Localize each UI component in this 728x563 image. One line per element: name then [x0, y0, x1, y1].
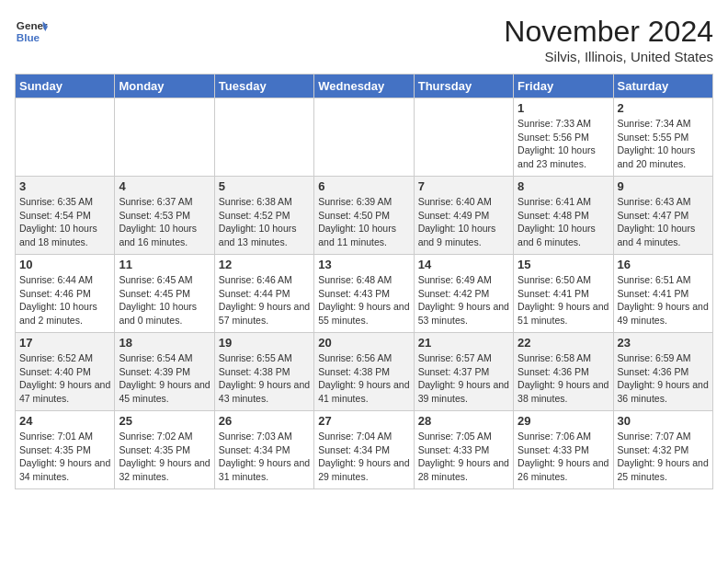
- day-info: Sunrise: 6:57 AM Sunset: 4:37 PM Dayligh…: [418, 351, 509, 406]
- day-info: Sunrise: 6:49 AM Sunset: 4:42 PM Dayligh…: [418, 273, 509, 327]
- day-info: Sunrise: 7:06 AM Sunset: 4:33 PM Dayligh…: [518, 430, 609, 484]
- day-info: Sunrise: 6:52 AM Sunset: 4:40 PM Dayligh…: [19, 351, 110, 406]
- calendar-day-cell: 19Sunrise: 6:55 AM Sunset: 4:38 PM Dayli…: [214, 333, 313, 411]
- day-info: Sunrise: 6:50 AM Sunset: 4:41 PM Dayligh…: [518, 273, 609, 327]
- header-monday: Monday: [115, 75, 214, 98]
- day-info: Sunrise: 7:01 AM Sunset: 4:35 PM Dayligh…: [19, 430, 110, 484]
- day-info: Sunrise: 6:38 AM Sunset: 4:52 PM Dayligh…: [219, 195, 310, 249]
- day-info: Sunrise: 6:44 AM Sunset: 4:46 PM Dayligh…: [19, 273, 110, 327]
- calendar-day-cell: 1Sunrise: 7:33 AM Sunset: 5:56 PM Daylig…: [514, 98, 613, 177]
- calendar-day-cell: 9Sunrise: 6:43 AM Sunset: 4:47 PM Daylig…: [613, 177, 712, 255]
- calendar-day-cell: 22Sunrise: 6:58 AM Sunset: 4:36 PM Dayli…: [514, 333, 613, 411]
- day-number: 22: [518, 336, 609, 350]
- calendar-day-cell: 16Sunrise: 6:51 AM Sunset: 4:41 PM Dayli…: [613, 255, 712, 333]
- calendar-day-cell: [214, 98, 313, 177]
- day-number: 29: [518, 414, 609, 428]
- day-number: 16: [618, 258, 709, 271]
- calendar-day-cell: 2Sunrise: 7:34 AM Sunset: 5:55 PM Daylig…: [613, 98, 712, 177]
- day-number: 12: [219, 258, 310, 271]
- day-info: Sunrise: 7:34 AM Sunset: 5:55 PM Dayligh…: [618, 117, 709, 171]
- day-number: 6: [318, 179, 409, 193]
- header-friday: Friday: [514, 75, 613, 98]
- day-info: Sunrise: 6:39 AM Sunset: 4:50 PM Dayligh…: [318, 195, 409, 249]
- calendar-day-cell: 3Sunrise: 6:35 AM Sunset: 4:54 PM Daylig…: [16, 177, 115, 255]
- calendar-day-cell: 26Sunrise: 7:03 AM Sunset: 4:34 PM Dayli…: [214, 411, 313, 489]
- day-number: 8: [518, 179, 609, 193]
- day-number: 20: [318, 336, 409, 350]
- calendar-day-cell: 27Sunrise: 7:04 AM Sunset: 4:34 PM Dayli…: [314, 411, 414, 489]
- day-number: 10: [19, 258, 110, 271]
- calendar-day-cell: 17Sunrise: 6:52 AM Sunset: 4:40 PM Dayli…: [16, 333, 115, 411]
- calendar-day-cell: 4Sunrise: 6:37 AM Sunset: 4:53 PM Daylig…: [115, 177, 214, 255]
- day-info: Sunrise: 7:05 AM Sunset: 4:33 PM Dayligh…: [418, 430, 509, 484]
- day-number: 1: [518, 101, 609, 115]
- logo: General Blue: [15, 15, 48, 48]
- day-number: 17: [19, 336, 110, 350]
- calendar-week-row: 1Sunrise: 7:33 AM Sunset: 5:56 PM Daylig…: [16, 98, 713, 177]
- day-number: 27: [318, 414, 409, 428]
- svg-text:Blue: Blue: [17, 31, 40, 43]
- title-section: November 2024 Silvis, Illinois, United S…: [504, 15, 713, 64]
- day-info: Sunrise: 6:55 AM Sunset: 4:38 PM Dayligh…: [219, 351, 310, 406]
- day-info: Sunrise: 6:56 AM Sunset: 4:38 PM Dayligh…: [318, 351, 409, 406]
- location-subtitle: Silvis, Illinois, United States: [504, 49, 713, 64]
- calendar-day-cell: [414, 98, 513, 177]
- calendar-day-cell: [16, 98, 115, 177]
- day-info: Sunrise: 6:46 AM Sunset: 4:44 PM Dayligh…: [219, 273, 310, 327]
- calendar-day-cell: 24Sunrise: 7:01 AM Sunset: 4:35 PM Dayli…: [16, 411, 115, 489]
- day-number: 28: [418, 414, 509, 428]
- day-number: 24: [19, 414, 110, 428]
- header-sunday: Sunday: [16, 75, 115, 98]
- calendar-day-cell: 7Sunrise: 6:40 AM Sunset: 4:49 PM Daylig…: [414, 177, 513, 255]
- calendar-day-cell: 11Sunrise: 6:45 AM Sunset: 4:45 PM Dayli…: [115, 255, 214, 333]
- calendar-day-cell: 20Sunrise: 6:56 AM Sunset: 4:38 PM Dayli…: [314, 333, 414, 411]
- calendar-day-cell: [314, 98, 414, 177]
- calendar-day-cell: 6Sunrise: 6:39 AM Sunset: 4:50 PM Daylig…: [314, 177, 414, 255]
- calendar-table: SundayMondayTuesdayWednesdayThursdayFrid…: [15, 74, 713, 489]
- calendar-day-cell: 12Sunrise: 6:46 AM Sunset: 4:44 PM Dayli…: [214, 255, 313, 333]
- calendar-day-cell: 10Sunrise: 6:44 AM Sunset: 4:46 PM Dayli…: [16, 255, 115, 333]
- page-header: General Blue November 2024 Silvis, Illin…: [15, 15, 713, 64]
- day-number: 4: [119, 179, 210, 193]
- header-tuesday: Tuesday: [214, 75, 313, 98]
- day-number: 13: [318, 258, 409, 271]
- day-info: Sunrise: 6:59 AM Sunset: 4:36 PM Dayligh…: [618, 351, 709, 406]
- calendar-week-row: 24Sunrise: 7:01 AM Sunset: 4:35 PM Dayli…: [16, 411, 713, 489]
- calendar-day-cell: 28Sunrise: 7:05 AM Sunset: 4:33 PM Dayli…: [414, 411, 513, 489]
- calendar-day-cell: 25Sunrise: 7:02 AM Sunset: 4:35 PM Dayli…: [115, 411, 214, 489]
- calendar-week-row: 17Sunrise: 6:52 AM Sunset: 4:40 PM Dayli…: [16, 333, 713, 411]
- day-info: Sunrise: 6:51 AM Sunset: 4:41 PM Dayligh…: [618, 273, 709, 327]
- header-wednesday: Wednesday: [314, 75, 414, 98]
- calendar-day-cell: [115, 98, 214, 177]
- day-number: 25: [119, 414, 210, 428]
- calendar-day-cell: 13Sunrise: 6:48 AM Sunset: 4:43 PM Dayli…: [314, 255, 414, 333]
- calendar-week-row: 3Sunrise: 6:35 AM Sunset: 4:54 PM Daylig…: [16, 177, 713, 255]
- day-info: Sunrise: 6:58 AM Sunset: 4:36 PM Dayligh…: [518, 351, 609, 406]
- calendar-day-cell: 8Sunrise: 6:41 AM Sunset: 4:48 PM Daylig…: [514, 177, 613, 255]
- day-info: Sunrise: 7:33 AM Sunset: 5:56 PM Dayligh…: [518, 117, 609, 171]
- day-info: Sunrise: 6:40 AM Sunset: 4:49 PM Dayligh…: [418, 195, 509, 249]
- day-info: Sunrise: 7:07 AM Sunset: 4:32 PM Dayligh…: [618, 430, 709, 484]
- day-number: 21: [418, 336, 509, 350]
- day-number: 15: [518, 258, 609, 271]
- calendar-day-cell: 14Sunrise: 6:49 AM Sunset: 4:42 PM Dayli…: [414, 255, 513, 333]
- day-number: 7: [418, 179, 509, 193]
- day-info: Sunrise: 7:04 AM Sunset: 4:34 PM Dayligh…: [318, 430, 409, 484]
- day-info: Sunrise: 6:54 AM Sunset: 4:39 PM Dayligh…: [119, 351, 210, 406]
- calendar-day-cell: 29Sunrise: 7:06 AM Sunset: 4:33 PM Dayli…: [514, 411, 613, 489]
- header-saturday: Saturday: [613, 75, 712, 98]
- day-info: Sunrise: 6:48 AM Sunset: 4:43 PM Dayligh…: [318, 273, 409, 327]
- header-thursday: Thursday: [414, 75, 513, 98]
- day-info: Sunrise: 6:41 AM Sunset: 4:48 PM Dayligh…: [518, 195, 609, 249]
- day-number: 26: [219, 414, 310, 428]
- calendar-day-cell: 15Sunrise: 6:50 AM Sunset: 4:41 PM Dayli…: [514, 255, 613, 333]
- month-year-title: November 2024: [504, 15, 713, 49]
- day-number: 3: [19, 179, 110, 193]
- calendar-header-row: SundayMondayTuesdayWednesdayThursdayFrid…: [16, 75, 713, 98]
- calendar-day-cell: 23Sunrise: 6:59 AM Sunset: 4:36 PM Dayli…: [613, 333, 712, 411]
- calendar-day-cell: 30Sunrise: 7:07 AM Sunset: 4:32 PM Dayli…: [613, 411, 712, 489]
- day-number: 30: [618, 414, 709, 428]
- calendar-day-cell: 18Sunrise: 6:54 AM Sunset: 4:39 PM Dayli…: [115, 333, 214, 411]
- logo-icon: General Blue: [15, 15, 48, 48]
- day-info: Sunrise: 6:37 AM Sunset: 4:53 PM Dayligh…: [119, 195, 210, 249]
